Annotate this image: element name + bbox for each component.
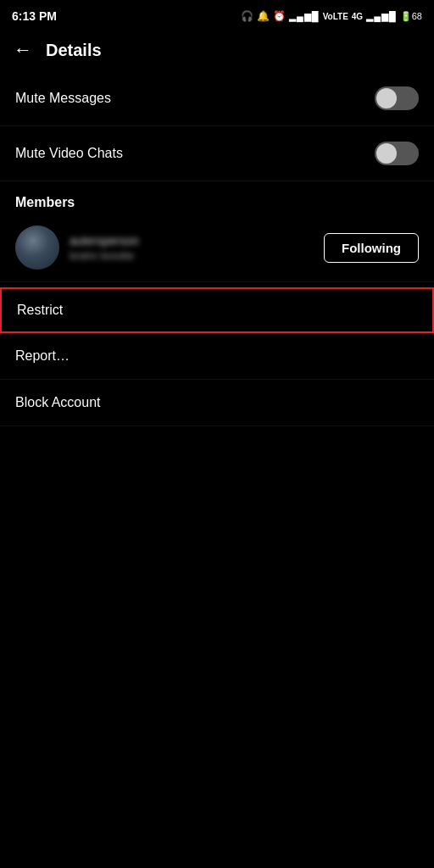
- mute-video-chats-row: Mute Video Chats: [0, 126, 434, 181]
- status-time: 6:13 PM: [12, 9, 57, 23]
- status-icons: 🎧 🔔 ⏰ ▂▄▆█ VoLTE 4G ▂▄▆█ 🔋68: [241, 10, 422, 22]
- member-left: autersperson brahn boodie: [15, 225, 139, 270]
- status-bar: 6:13 PM 🎧 🔔 ⏰ ▂▄▆█ VoLTE 4G ▂▄▆█ 🔋68: [0, 0, 434, 31]
- battery-icon: 🔋68: [400, 11, 422, 22]
- mute-messages-row: Mute Messages: [0, 71, 434, 126]
- volte-icon: VoLTE: [323, 12, 348, 21]
- back-button[interactable]: ←: [14, 39, 32, 61]
- header: ← Details: [0, 31, 434, 71]
- mute-video-chats-toggle[interactable]: [375, 142, 419, 165]
- member-handle: brahn boodie: [70, 249, 139, 262]
- mute-video-chats-thumb: [376, 143, 397, 164]
- signal2-icon: ▂▄▆█: [366, 11, 397, 22]
- mute-messages-toggle[interactable]: [375, 86, 419, 110]
- restrict-action[interactable]: Restrict: [0, 287, 434, 333]
- alarm-icon: ⏰: [273, 10, 286, 22]
- following-button[interactable]: Following: [324, 233, 419, 263]
- report-action[interactable]: Report…: [0, 333, 434, 380]
- avatar-image: [15, 225, 59, 270]
- page-title: Details: [46, 41, 102, 60]
- mute-messages-thumb: [376, 88, 397, 108]
- headset-icon: 🎧: [241, 10, 253, 22]
- signal-icon: ▂▄▆█: [289, 11, 320, 22]
- member-name: autersperson: [70, 234, 139, 248]
- members-section-label: Members: [0, 181, 434, 219]
- avatar: [15, 225, 59, 270]
- bell-icon: 🔔: [257, 10, 270, 22]
- member-info: autersperson brahn boodie: [70, 234, 139, 262]
- mute-messages-label: Mute Messages: [15, 91, 111, 106]
- mute-video-chats-label: Mute Video Chats: [15, 146, 123, 161]
- block-account-action[interactable]: Block Account: [0, 380, 434, 426]
- 4g-icon: 4G: [352, 12, 363, 21]
- member-row: autersperson brahn boodie Following: [0, 219, 434, 282]
